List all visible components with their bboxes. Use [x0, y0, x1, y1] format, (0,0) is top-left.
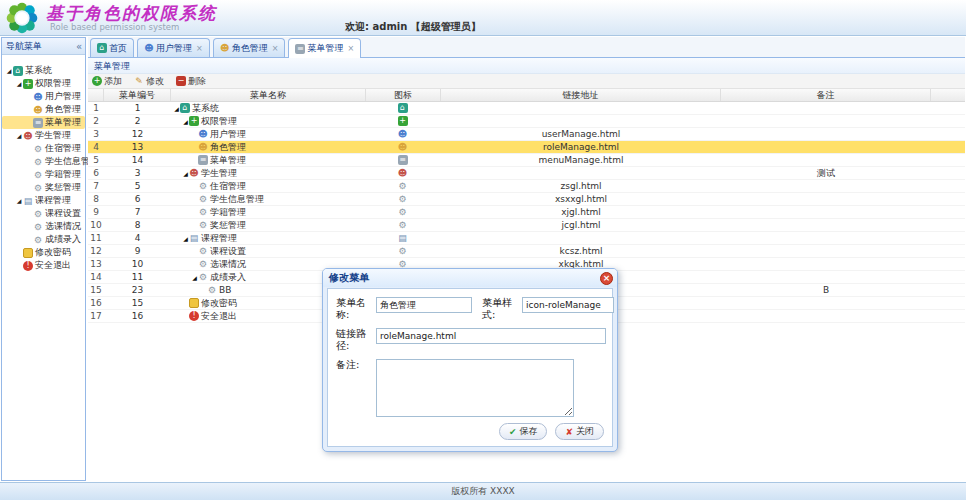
grid-toolbar: +添加✎修改−删除	[88, 74, 965, 89]
sidebar-item-label: 菜单管理	[45, 116, 81, 129]
course-icon: ▤	[23, 196, 33, 206]
menu-name-label: 菜单名称:	[336, 297, 376, 321]
menu-name-text: 用户管理	[210, 128, 246, 140]
menu-name-text: 成绩录入	[210, 271, 246, 283]
menu-id-cell: 6	[104, 193, 171, 205]
menu-name-text: 菜单管理	[210, 154, 246, 166]
menu-style-field[interactable]	[522, 297, 614, 313]
tab-close-icon[interactable]: ×	[272, 44, 279, 53]
column-header-图标: 图标	[366, 89, 441, 101]
link-path-field[interactable]	[376, 328, 606, 344]
sidebar-item-住宿管理[interactable]: ⚙住宿管理	[2, 142, 85, 155]
tree-expand-icon[interactable]: ◢	[182, 232, 189, 244]
icon-cell: ⚙	[366, 206, 441, 218]
menu-id-cell: 1	[104, 102, 171, 114]
sidebar-item-某系统[interactable]: ◢⌂某系统	[2, 64, 85, 77]
tab-close-icon[interactable]: ×	[347, 44, 354, 53]
table-row-学生管理[interactable]: 63◢☻学生管理☻测试	[88, 167, 965, 180]
sidebar-item-选课情况[interactable]: ⚙选课情况	[2, 220, 85, 233]
icon-cell: ☻	[366, 167, 441, 179]
perm-icon: +	[23, 79, 33, 89]
sidebar-item-成绩录入[interactable]: ⚙成绩录入	[2, 233, 85, 246]
filler-cell	[931, 297, 965, 309]
filler-cell	[931, 128, 965, 140]
sidebar-item-课程设置[interactable]: ⚙课程设置	[2, 207, 85, 220]
close-button[interactable]: ✘ 关闭	[555, 423, 604, 440]
table-row-课程设置[interactable]: 129⚙课程设置⚙kcsz.html	[88, 245, 965, 258]
tree-expand-icon[interactable]: ◢	[173, 102, 180, 114]
perm-icon: +	[398, 116, 408, 126]
menu-id-cell: 4	[104, 232, 171, 244]
sidebar-item-学籍管理[interactable]: ⚙学籍管理	[2, 168, 85, 181]
table-row-权限管理[interactable]: 22◢+权限管理+	[88, 115, 965, 128]
sidebar-item-学生管理[interactable]: ◢☻学生管理	[2, 129, 85, 142]
tree-expand-icon[interactable]: ◢	[5, 64, 13, 77]
table-row-住宿管理[interactable]: 75⚙住宿管理⚙zsgl.html	[88, 180, 965, 193]
row-number: 12	[88, 245, 104, 257]
sidebar-item-学生信息管理[interactable]: ⚙学生信息管理	[2, 155, 85, 168]
remark-field[interactable]	[376, 359, 574, 417]
sidebar-item-修改密码[interactable]: 修改密码	[2, 246, 85, 259]
tab-用户管理[interactable]: ☻用户管理×	[137, 38, 210, 57]
table-row-奖惩管理[interactable]: 108⚙奖惩管理⚙jcgl.html	[88, 219, 965, 232]
sidebar-item-课程管理[interactable]: ◢▤课程管理	[2, 194, 85, 207]
gear-icon: ⚙	[198, 194, 208, 204]
role-icon: ☻	[220, 43, 230, 53]
table-row-学生信息管理[interactable]: 86⚙学生信息管理⚙xsxxgl.html	[88, 193, 965, 206]
tree-expand-icon[interactable]: ◢	[191, 271, 198, 283]
sidebar-item-用户管理[interactable]: ☻用户管理	[2, 90, 85, 103]
save-button[interactable]: ✔ 保存	[499, 423, 548, 440]
menu-name-text: 住宿管理	[210, 180, 246, 192]
collapse-icon[interactable]: «	[76, 38, 82, 55]
tree-expand-icon[interactable]: ◢	[15, 194, 23, 207]
tree-expand-icon[interactable]: ◢	[182, 167, 189, 179]
toolbar-button-删除[interactable]: −删除	[176, 75, 206, 88]
role-icon: ☻	[398, 142, 408, 152]
menu-name-text: 修改密码	[201, 297, 237, 309]
sidebar-item-奖惩管理[interactable]: ⚙奖惩管理	[2, 181, 85, 194]
link-cell: jcgl.html	[441, 219, 721, 231]
tree-expand-icon[interactable]: ◢	[15, 129, 23, 142]
home-icon: ⌂	[97, 43, 107, 53]
menu-id-cell: 12	[104, 128, 171, 140]
tab-角色管理[interactable]: ☻角色管理×	[213, 38, 286, 57]
sidebar-title: 导航菜单	[6, 41, 42, 51]
table-row-学籍管理[interactable]: 97⚙学籍管理⚙xjgl.html	[88, 206, 965, 219]
role-icon: ☻	[33, 105, 43, 115]
menu-name-text: BB	[219, 284, 231, 296]
row-number: 1	[88, 102, 104, 114]
table-row-某系统[interactable]: 11◢⌂某系统⌂	[88, 102, 965, 115]
user-icon: ☻	[398, 129, 408, 139]
link-cell: userManage.html	[441, 128, 721, 140]
tab-菜单管理[interactable]: ≡菜单管理×	[288, 38, 361, 58]
gear-icon: ⚙	[398, 181, 408, 191]
table-row-课程管理[interactable]: 114◢▤课程管理▤	[88, 232, 965, 245]
panel-title: 菜单管理	[88, 58, 965, 74]
sidebar-item-label: 住宿管理	[45, 142, 81, 155]
tree-expand-icon[interactable]: ◢	[182, 115, 189, 127]
menu-name-field[interactable]	[376, 297, 472, 313]
tab-close-icon[interactable]: ×	[196, 44, 203, 53]
remark-cell	[721, 115, 931, 127]
table-row-角色管理[interactable]: 413☻角色管理☻roleManage.html	[88, 141, 965, 154]
table-row-菜单管理[interactable]: 514≡菜单管理≡menuManage.html	[88, 154, 965, 167]
row-number: 14	[88, 271, 104, 283]
sidebar-item-角色管理[interactable]: ☻角色管理	[2, 103, 85, 116]
menu-name-cell: ◢▤课程管理	[171, 232, 366, 244]
toolbar-button-修改[interactable]: ✎修改	[134, 75, 164, 88]
sidebar-item-菜单管理[interactable]: ≡菜单管理	[2, 116, 85, 129]
sidebar-item-安全退出[interactable]: !安全退出	[2, 259, 85, 272]
tree-expand-icon[interactable]: ◢	[15, 77, 23, 90]
tab-首页[interactable]: ⌂首页	[90, 38, 134, 57]
filler-cell	[931, 232, 965, 244]
link-cell: zsgl.html	[441, 180, 721, 192]
dialog-buttons: ✔ 保存 ✘ 关闭	[491, 423, 604, 440]
close-icon[interactable]: ×	[600, 272, 613, 285]
toolbar-button-添加[interactable]: +添加	[92, 75, 122, 88]
student-icon: ☻	[23, 131, 33, 141]
table-row-用户管理[interactable]: 312☻用户管理☻userManage.html	[88, 128, 965, 141]
menu-name-text: 角色管理	[210, 141, 246, 153]
sidebar-item-权限管理[interactable]: ◢+权限管理	[2, 77, 85, 90]
row-number: 9	[88, 206, 104, 218]
gear-icon: ⚙	[33, 170, 43, 180]
